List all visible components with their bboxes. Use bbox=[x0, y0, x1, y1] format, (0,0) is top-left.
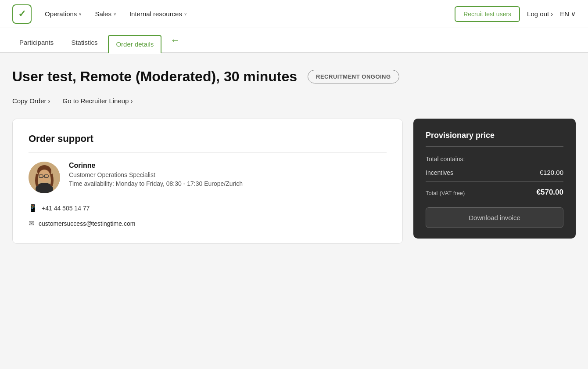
nav-item-operations[interactable]: Operations ∨ bbox=[39, 7, 87, 21]
logout-label: Log out bbox=[527, 10, 549, 18]
tab-statistics[interactable]: Statistics bbox=[64, 39, 104, 52]
recruit-test-users-button[interactable]: Recruit test users bbox=[455, 6, 520, 22]
nav-right: Recruit test users Log out › EN ∨ bbox=[455, 6, 576, 22]
language-chevron-icon: ∨ bbox=[571, 10, 576, 18]
tab-participants[interactable]: Participants bbox=[12, 39, 61, 52]
status-badge: RECRUITMENT ONGOING bbox=[308, 70, 399, 83]
sales-chevron-icon: ∨ bbox=[113, 11, 116, 16]
copy-order-link[interactable]: Copy Order › bbox=[12, 97, 50, 105]
nav-item-sales-label: Sales bbox=[95, 10, 111, 18]
total-label: Total (VAT free) bbox=[426, 189, 465, 196]
total-value: €570.00 bbox=[537, 188, 563, 197]
incentives-row: Incentives €120.00 bbox=[426, 169, 563, 182]
phone-contact-row: 📱 +41 44 505 14 77 bbox=[29, 204, 387, 212]
email-contact-row: ✉ customersuccess@testingtime.com bbox=[29, 219, 387, 228]
phone-number: +41 44 505 14 77 bbox=[42, 205, 90, 212]
support-person: Corinne Customer Operations Specialist T… bbox=[29, 162, 387, 193]
logo-checkmark: ✓ bbox=[18, 8, 26, 20]
sub-nav: Participants Statistics Order details ← bbox=[0, 28, 588, 53]
content-grid: Order support bbox=[12, 119, 576, 244]
nav-item-internal-resources-label: Internal resources bbox=[129, 10, 182, 18]
go-to-recruiter-link[interactable]: Go to Recruiter Lineup › bbox=[63, 97, 133, 105]
tab-participants-label: Participants bbox=[19, 39, 54, 46]
go-to-recruiter-label: Go to Recruiter Lineup bbox=[63, 97, 129, 105]
page-title: User test, Remote (Moderated), 30 minute… bbox=[12, 69, 297, 85]
vat-label: (VAT free) bbox=[440, 190, 465, 196]
copy-order-label: Copy Order bbox=[12, 97, 47, 105]
price-divider bbox=[426, 146, 563, 147]
person-info: Corinne Customer Operations Specialist T… bbox=[69, 162, 243, 187]
price-card-title: Provisionary price bbox=[426, 131, 563, 140]
nav-item-sales[interactable]: Sales ∨ bbox=[90, 7, 122, 21]
tab-order-details[interactable]: Order details bbox=[108, 35, 161, 53]
language-label: EN bbox=[560, 10, 569, 18]
language-selector[interactable]: EN ∨ bbox=[560, 10, 576, 18]
total-contains-label: Total contains: bbox=[426, 156, 563, 163]
nav-item-operations-label: Operations bbox=[45, 10, 77, 18]
order-support-card: Order support bbox=[12, 119, 403, 244]
main-content: User test, Remote (Moderated), 30 minute… bbox=[0, 53, 588, 261]
email-icon: ✉ bbox=[29, 219, 34, 228]
download-invoice-button[interactable]: Download invoice bbox=[426, 207, 563, 228]
nav-links: Operations ∨ Sales ∨ Internal resources … bbox=[39, 7, 455, 21]
go-to-recruiter-chevron-icon: › bbox=[130, 97, 133, 105]
email-address: customersuccess@testingtime.com bbox=[39, 220, 135, 227]
person-availability: Time availability: Monday to Friday, 08:… bbox=[69, 180, 243, 187]
incentives-label: Incentives bbox=[426, 169, 453, 176]
page-title-row: User test, Remote (Moderated), 30 minute… bbox=[12, 69, 576, 85]
top-nav: ✓ Operations ∨ Sales ∨ Internal resource… bbox=[0, 0, 588, 28]
order-support-title: Order support bbox=[29, 133, 387, 153]
logout-chevron-icon: › bbox=[551, 10, 553, 18]
avatar bbox=[29, 162, 60, 193]
tab-arrow-indicator: ← bbox=[170, 35, 180, 46]
person-role: Customer Operations Specialist bbox=[69, 171, 243, 178]
nav-item-internal-resources[interactable]: Internal resources ∨ bbox=[124, 7, 192, 21]
price-card: Provisionary price Total contains: Incen… bbox=[413, 119, 576, 239]
copy-order-chevron-icon: › bbox=[48, 97, 50, 105]
arrow-left-icon: ← bbox=[170, 35, 180, 46]
incentives-value: €120.00 bbox=[540, 169, 563, 176]
action-links: Copy Order › Go to Recruiter Lineup › bbox=[12, 97, 576, 105]
tab-order-details-label: Order details bbox=[116, 40, 154, 48]
logo[interactable]: ✓ bbox=[12, 4, 32, 24]
person-name: Corinne bbox=[69, 162, 243, 170]
total-row: Total (VAT free) €570.00 bbox=[426, 188, 563, 197]
tab-statistics-label: Statistics bbox=[71, 39, 97, 46]
logout-button[interactable]: Log out › bbox=[527, 10, 553, 18]
avatar-image bbox=[29, 162, 60, 193]
operations-chevron-icon: ∨ bbox=[79, 11, 82, 16]
internal-resources-chevron-icon: ∨ bbox=[184, 11, 187, 16]
phone-icon: 📱 bbox=[29, 204, 37, 212]
